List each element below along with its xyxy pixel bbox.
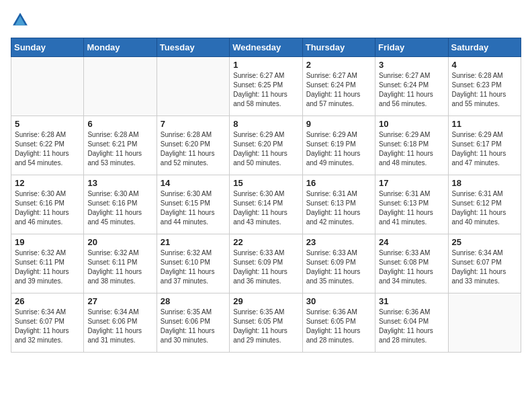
calendar-cell: 5Sunrise: 6:28 AM Sunset: 6:22 PM Daylig… xyxy=(11,116,84,175)
day-info: Sunrise: 6:31 AM Sunset: 6:13 PM Dayligh… xyxy=(379,189,444,227)
logo xyxy=(11,11,32,30)
day-number: 18 xyxy=(452,178,517,188)
day-info: Sunrise: 6:28 AM Sunset: 6:20 PM Dayligh… xyxy=(161,130,226,168)
day-number: 20 xyxy=(87,237,152,247)
day-number: 22 xyxy=(233,237,298,247)
day-info: Sunrise: 6:27 AM Sunset: 6:24 PM Dayligh… xyxy=(306,71,371,109)
calendar-cell: 23Sunrise: 6:33 AM Sunset: 6:09 PM Dayli… xyxy=(302,234,375,293)
calendar-cell: 13Sunrise: 6:30 AM Sunset: 6:16 PM Dayli… xyxy=(84,175,157,234)
day-number: 6 xyxy=(87,119,152,129)
calendar-cell: 3Sunrise: 6:27 AM Sunset: 6:24 PM Daylig… xyxy=(375,57,448,116)
calendar-cell: 9Sunrise: 6:29 AM Sunset: 6:19 PM Daylig… xyxy=(302,116,375,175)
calendar-cell xyxy=(84,57,157,116)
week-row-1: 1Sunrise: 6:27 AM Sunset: 6:25 PM Daylig… xyxy=(11,57,521,116)
calendar-cell: 31Sunrise: 6:36 AM Sunset: 6:04 PM Dayli… xyxy=(375,293,448,353)
day-number: 26 xyxy=(15,296,80,306)
calendar-cell: 25Sunrise: 6:34 AM Sunset: 6:07 PM Dayli… xyxy=(448,234,521,293)
day-header-monday: Monday xyxy=(84,38,157,57)
day-header-wednesday: Wednesday xyxy=(230,38,302,57)
day-number: 21 xyxy=(161,237,226,247)
day-number: 13 xyxy=(87,178,152,188)
calendar-cell: 27Sunrise: 6:34 AM Sunset: 6:06 PM Dayli… xyxy=(84,293,157,353)
week-row-2: 5Sunrise: 6:28 AM Sunset: 6:22 PM Daylig… xyxy=(11,116,521,175)
calendar-cell: 30Sunrise: 6:36 AM Sunset: 6:05 PM Dayli… xyxy=(302,293,375,353)
day-info: Sunrise: 6:34 AM Sunset: 6:07 PM Dayligh… xyxy=(452,248,517,286)
day-info: Sunrise: 6:29 AM Sunset: 6:19 PM Dayligh… xyxy=(306,130,371,168)
day-header-friday: Friday xyxy=(375,38,448,57)
calendar-cell: 10Sunrise: 6:29 AM Sunset: 6:18 PM Dayli… xyxy=(375,116,448,175)
day-number: 7 xyxy=(161,119,226,129)
day-info: Sunrise: 6:33 AM Sunset: 6:09 PM Dayligh… xyxy=(233,248,298,286)
day-number: 11 xyxy=(452,119,517,129)
calendar-cell: 21Sunrise: 6:32 AM Sunset: 6:10 PM Dayli… xyxy=(157,234,229,293)
day-number: 31 xyxy=(379,296,444,306)
calendar-cell: 28Sunrise: 6:35 AM Sunset: 6:06 PM Dayli… xyxy=(157,293,229,353)
day-number: 25 xyxy=(452,237,517,247)
calendar-cell xyxy=(157,57,229,116)
calendar-cell: 19Sunrise: 6:32 AM Sunset: 6:11 PM Dayli… xyxy=(11,234,84,293)
calendar-cell: 8Sunrise: 6:29 AM Sunset: 6:20 PM Daylig… xyxy=(230,116,302,175)
day-info: Sunrise: 6:30 AM Sunset: 6:16 PM Dayligh… xyxy=(87,189,152,227)
week-row-3: 12Sunrise: 6:30 AM Sunset: 6:16 PM Dayli… xyxy=(11,175,521,234)
calendar-cell: 2Sunrise: 6:27 AM Sunset: 6:24 PM Daylig… xyxy=(302,57,375,116)
calendar-cell: 7Sunrise: 6:28 AM Sunset: 6:20 PM Daylig… xyxy=(157,116,229,175)
day-info: Sunrise: 6:30 AM Sunset: 6:16 PM Dayligh… xyxy=(15,189,80,227)
day-info: Sunrise: 6:32 AM Sunset: 6:10 PM Dayligh… xyxy=(161,248,226,286)
day-info: Sunrise: 6:30 AM Sunset: 6:15 PM Dayligh… xyxy=(161,189,226,227)
days-header-row: SundayMondayTuesdayWednesdayThursdayFrid… xyxy=(11,38,521,57)
day-info: Sunrise: 6:32 AM Sunset: 6:11 PM Dayligh… xyxy=(15,248,80,286)
logo-icon xyxy=(11,11,30,30)
day-number: 3 xyxy=(379,60,444,70)
day-number: 29 xyxy=(233,296,298,306)
day-number: 12 xyxy=(15,178,80,188)
calendar-cell xyxy=(11,57,84,116)
day-info: Sunrise: 6:29 AM Sunset: 6:17 PM Dayligh… xyxy=(452,130,517,168)
day-info: Sunrise: 6:36 AM Sunset: 6:05 PM Dayligh… xyxy=(306,308,371,345)
day-number: 17 xyxy=(379,178,444,188)
day-number: 16 xyxy=(306,178,371,188)
day-number: 1 xyxy=(233,60,298,70)
day-info: Sunrise: 6:33 AM Sunset: 6:09 PM Dayligh… xyxy=(306,248,371,286)
calendar-cell: 15Sunrise: 6:30 AM Sunset: 6:14 PM Dayli… xyxy=(230,175,302,234)
day-header-tuesday: Tuesday xyxy=(157,38,229,57)
day-header-sunday: Sunday xyxy=(11,38,84,57)
day-number: 2 xyxy=(306,60,371,70)
day-number: 14 xyxy=(161,178,226,188)
day-info: Sunrise: 6:33 AM Sunset: 6:08 PM Dayligh… xyxy=(379,248,444,286)
calendar-cell: 6Sunrise: 6:28 AM Sunset: 6:21 PM Daylig… xyxy=(84,116,157,175)
day-number: 28 xyxy=(161,296,226,306)
calendar-cell: 20Sunrise: 6:32 AM Sunset: 6:11 PM Dayli… xyxy=(84,234,157,293)
page-header xyxy=(11,11,521,30)
week-row-5: 26Sunrise: 6:34 AM Sunset: 6:07 PM Dayli… xyxy=(11,293,521,353)
calendar-cell: 26Sunrise: 6:34 AM Sunset: 6:07 PM Dayli… xyxy=(11,293,84,353)
day-header-thursday: Thursday xyxy=(302,38,375,57)
calendar-cell: 18Sunrise: 6:31 AM Sunset: 6:12 PM Dayli… xyxy=(448,175,521,234)
calendar-cell: 12Sunrise: 6:30 AM Sunset: 6:16 PM Dayli… xyxy=(11,175,84,234)
day-number: 23 xyxy=(306,237,371,247)
calendar-cell: 1Sunrise: 6:27 AM Sunset: 6:25 PM Daylig… xyxy=(230,57,302,116)
day-header-saturday: Saturday xyxy=(448,38,521,57)
day-number: 24 xyxy=(379,237,444,247)
day-number: 4 xyxy=(452,60,517,70)
day-info: Sunrise: 6:28 AM Sunset: 6:22 PM Dayligh… xyxy=(15,130,80,168)
day-number: 30 xyxy=(306,296,371,306)
day-info: Sunrise: 6:29 AM Sunset: 6:20 PM Dayligh… xyxy=(233,130,298,168)
day-info: Sunrise: 6:34 AM Sunset: 6:07 PM Dayligh… xyxy=(15,308,80,345)
day-info: Sunrise: 6:28 AM Sunset: 6:23 PM Dayligh… xyxy=(452,71,517,109)
day-number: 5 xyxy=(15,119,80,129)
day-info: Sunrise: 6:35 AM Sunset: 6:05 PM Dayligh… xyxy=(233,308,298,345)
calendar-cell: 29Sunrise: 6:35 AM Sunset: 6:05 PM Dayli… xyxy=(230,293,302,353)
day-number: 19 xyxy=(15,237,80,247)
day-info: Sunrise: 6:30 AM Sunset: 6:14 PM Dayligh… xyxy=(233,189,298,227)
day-info: Sunrise: 6:27 AM Sunset: 6:24 PM Dayligh… xyxy=(379,71,444,109)
day-info: Sunrise: 6:29 AM Sunset: 6:18 PM Dayligh… xyxy=(379,130,444,168)
day-info: Sunrise: 6:31 AM Sunset: 6:12 PM Dayligh… xyxy=(452,189,517,227)
day-info: Sunrise: 6:35 AM Sunset: 6:06 PM Dayligh… xyxy=(161,308,226,345)
calendar-table: SundayMondayTuesdayWednesdayThursdayFrid… xyxy=(11,38,521,353)
day-number: 8 xyxy=(233,119,298,129)
day-info: Sunrise: 6:27 AM Sunset: 6:25 PM Dayligh… xyxy=(233,71,298,109)
day-number: 27 xyxy=(87,296,152,306)
calendar-cell xyxy=(448,293,521,353)
week-row-4: 19Sunrise: 6:32 AM Sunset: 6:11 PM Dayli… xyxy=(11,234,521,293)
calendar-cell: 16Sunrise: 6:31 AM Sunset: 6:13 PM Dayli… xyxy=(302,175,375,234)
